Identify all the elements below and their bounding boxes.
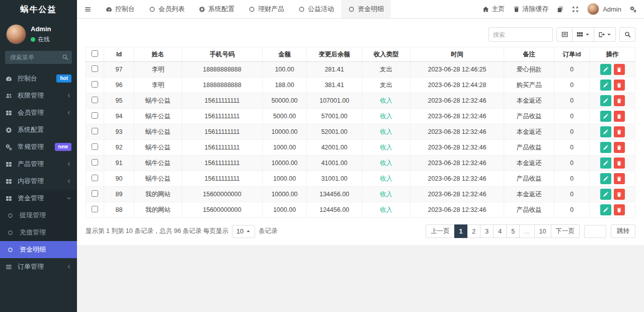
- tab-funds-detail[interactable]: 资金明细: [341, 0, 391, 18]
- row-checkbox[interactable]: [92, 175, 98, 181]
- pagination-next[interactable]: 下一页: [551, 224, 580, 238]
- pagination-page-10[interactable]: 10: [535, 224, 551, 238]
- settings-gear-icon[interactable]: [630, 6, 636, 13]
- sidebar-subitem-recharge[interactable]: 充值管理: [0, 224, 77, 241]
- edit-button[interactable]: [600, 64, 611, 75]
- cell-income-type: 收入: [362, 93, 411, 109]
- sidebar-item-content[interactable]: 内容管理: [0, 173, 77, 190]
- delete-button[interactable]: [614, 126, 625, 137]
- cogs-icon: [6, 144, 13, 150]
- tab-label: 理财产品: [258, 5, 284, 14]
- tab-finance-products[interactable]: 理财产品: [242, 0, 291, 18]
- tab-dashboard[interactable]: 控制台: [99, 0, 142, 18]
- pagination-page-4[interactable]: 4: [494, 224, 507, 238]
- edit-button[interactable]: [600, 80, 611, 91]
- delete-button[interactable]: [614, 80, 625, 91]
- cell-time: 2023-06-28 12:46:25: [411, 62, 504, 77]
- row-checkbox[interactable]: [92, 206, 98, 212]
- pagination-page-3[interactable]: 3: [480, 224, 494, 238]
- sidebar-item-funds[interactable]: 资金管理: [0, 190, 77, 207]
- delete-button[interactable]: [614, 158, 625, 169]
- row-checkbox[interactable]: [92, 128, 98, 134]
- select-all-checkbox[interactable]: [92, 50, 98, 57]
- sidebar-item-general[interactable]: 常规管理new: [0, 138, 77, 155]
- sidebar-search: [5, 51, 72, 64]
- delete-button[interactable]: [614, 111, 625, 122]
- pagination-prev[interactable]: 上一页: [426, 224, 455, 238]
- sidebar-item-products[interactable]: 产品管理: [0, 155, 77, 173]
- circle-icon: [149, 6, 155, 13]
- export-button[interactable]: [594, 27, 616, 42]
- row-checkbox[interactable]: [92, 190, 98, 197]
- edit-button[interactable]: [600, 204, 611, 215]
- page-size-value: 10: [236, 228, 244, 235]
- edit-button[interactable]: [600, 126, 611, 137]
- cell-actions: [590, 202, 635, 218]
- row-checkbox[interactable]: [92, 97, 98, 103]
- clear-cache-button[interactable]: 清除缓存: [513, 5, 548, 14]
- row-checkbox[interactable]: [92, 159, 98, 166]
- pagination-page-2[interactable]: 2: [467, 224, 480, 238]
- hamburger-menu-icon[interactable]: [77, 0, 99, 18]
- columns-button[interactable]: [573, 27, 594, 42]
- list-icon: [6, 264, 13, 270]
- cell-amount: 5000.00: [263, 109, 307, 124]
- row-checkbox[interactable]: [92, 112, 98, 119]
- table-search-input[interactable]: [489, 27, 553, 42]
- sidebar-item-members[interactable]: 会员管理: [0, 104, 77, 121]
- chevron-left-icon: [66, 179, 71, 184]
- jump-page-input[interactable]: [584, 225, 606, 238]
- sidebar-item-label: 系统配置: [18, 125, 71, 134]
- row-checkbox[interactable]: [92, 81, 98, 88]
- sidebar-item-system-config[interactable]: 系统配置: [0, 121, 77, 138]
- edit-button[interactable]: [600, 142, 611, 153]
- page-size-dropdown[interactable]: 10: [232, 225, 255, 238]
- search-button[interactable]: [619, 27, 635, 42]
- fullscreen-icon[interactable]: [572, 6, 579, 13]
- row-checkbox[interactable]: [92, 65, 98, 72]
- cell-balance: 52001.00: [307, 124, 362, 140]
- columns-icon: [577, 31, 583, 38]
- cell-order-id: 0: [554, 109, 590, 124]
- sidebar-item-permissions[interactable]: 权限管理: [0, 87, 77, 104]
- cell-amount: 50000.00: [263, 93, 307, 109]
- tab-charity-events[interactable]: 公益活动: [291, 0, 341, 18]
- tab-member-list[interactable]: 会员列表: [142, 0, 192, 18]
- sidebar-item-label: 控制台: [18, 74, 56, 83]
- sidebar-item-dashboard[interactable]: 控制台hot: [0, 70, 77, 87]
- sidebar-item-orders[interactable]: 订单管理: [0, 258, 77, 275]
- pagination-page-1[interactable]: 1: [454, 224, 467, 238]
- pagination-page-5[interactable]: 5: [507, 224, 520, 238]
- delete-button[interactable]: [614, 95, 625, 106]
- cell-phone: 18888888888: [182, 62, 263, 77]
- sidebar-subitem-funds-detail[interactable]: 资金明细: [0, 241, 77, 258]
- cell-time: 2023-06-28 12:44:28: [411, 77, 504, 93]
- edit-button[interactable]: [600, 173, 611, 184]
- sidebar-subitem-label: 提现管理: [20, 211, 71, 220]
- jump-button[interactable]: 跳转: [611, 224, 635, 238]
- cell-time: 2023-06-28 12:32:46: [411, 124, 504, 140]
- circle-icon: [8, 213, 15, 218]
- delete-button[interactable]: [614, 64, 625, 75]
- edit-button[interactable]: [600, 95, 611, 106]
- sidebar-item-label: 产品管理: [18, 160, 66, 169]
- delete-button[interactable]: [614, 142, 625, 153]
- cell-id: 96: [104, 77, 134, 93]
- delete-button[interactable]: [614, 204, 625, 215]
- user-avatar[interactable]: [6, 24, 26, 44]
- toggle-view-button[interactable]: [556, 27, 573, 42]
- delete-button[interactable]: [614, 173, 625, 184]
- delete-button[interactable]: [614, 189, 625, 200]
- cell-order-id: 0: [554, 124, 590, 140]
- edit-button[interactable]: [600, 189, 611, 200]
- edit-button[interactable]: [600, 158, 611, 169]
- cell-actions: [590, 171, 635, 187]
- copy-icon[interactable]: [557, 6, 564, 13]
- row-checkbox[interactable]: [92, 143, 98, 150]
- topbar-user[interactable]: Admin: [587, 3, 621, 15]
- edit-button[interactable]: [600, 111, 611, 122]
- menu-group-system-config: 系统配置: [0, 121, 77, 138]
- tab-system-config[interactable]: 系统配置: [192, 0, 242, 18]
- sidebar-subitem-withdraw[interactable]: 提现管理: [0, 207, 77, 224]
- home-link[interactable]: 主页: [482, 5, 505, 14]
